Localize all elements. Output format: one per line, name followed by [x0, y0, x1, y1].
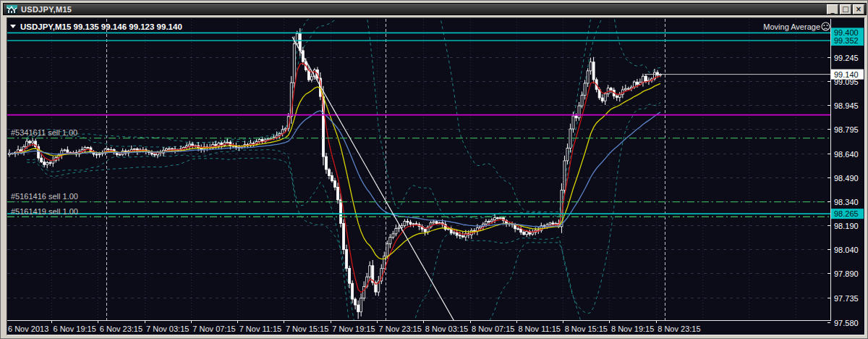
time-axis-label: 8 Nov 07:15 [472, 325, 514, 333]
candle-body [98, 154, 101, 154]
order-label: #5161419 sell 1.00 [11, 207, 78, 216]
candle-body [334, 181, 336, 188]
mt4-chart-window: { "window": { "title": "USDJPY,M15", "bu… [0, 0, 868, 339]
candle-body [616, 96, 618, 98]
candle-body [352, 283, 354, 299]
candle-body [293, 43, 295, 83]
candle-body [192, 144, 194, 146]
indicator-label: Moving Average [763, 22, 820, 31]
close-button[interactable]: × [853, 4, 864, 14]
time-axis-label: 8 Nov 15:15 [565, 325, 608, 333]
candle-body [488, 222, 490, 222]
candle-body [398, 227, 400, 228]
price-axis-label: 98.340 [834, 198, 859, 206]
candle-body [153, 154, 156, 155]
candle-body [497, 218, 499, 219]
candle-body [389, 238, 391, 244]
time-axis-label: 7 Nov 11:15 [239, 325, 282, 333]
candle-body [84, 147, 86, 149]
candle-body [310, 77, 312, 80]
candle-body [526, 232, 528, 235]
candle-body [627, 88, 629, 89]
candle-body [168, 148, 170, 149]
candle-body [328, 170, 330, 176]
candle-body [578, 106, 580, 118]
candle-body [459, 235, 461, 236]
candle-body [43, 162, 46, 164]
candle-body [490, 220, 493, 222]
candle-body [299, 33, 301, 50]
price-axis-label: 98.490 [834, 174, 859, 183]
candle-body [363, 286, 365, 298]
candle-body [107, 149, 109, 150]
candle-body [325, 156, 327, 170]
time-axis-label: 8 Nov 03:15 [425, 325, 468, 333]
candle-body [64, 150, 66, 151]
time-axis-label: 8 Nov 23:15 [658, 325, 700, 333]
candle-body [165, 148, 167, 150]
order-label: #5161416 sell 1.00 [11, 192, 78, 201]
time-axis-label: 7 Nov 19:15 [332, 325, 375, 333]
candle-body [29, 141, 31, 143]
candle-body [590, 62, 592, 71]
candle-body [485, 222, 487, 225]
ohlc-header: USDJPY,M15 99.135 99.146 99.123 99.140 [20, 22, 182, 31]
candle-body [624, 88, 626, 90]
candle-body [41, 158, 43, 162]
symbol-info: USDJPY,M15 99.135 99.146 99.123 99.140 [10, 22, 182, 31]
window-titlebar[interactable]: USDJPY,M15 _ □ × [3, 3, 867, 15]
candle-body [337, 187, 339, 200]
candle-body [32, 141, 34, 143]
candle-body [587, 71, 589, 83]
candle-body [133, 149, 135, 150]
candle-body [517, 229, 519, 230]
candle-body [46, 163, 48, 165]
price-axis-label: 98.040 [834, 246, 859, 254]
price-badge-label: 99.352 [834, 36, 859, 45]
candle-body [584, 83, 586, 96]
chart-background [7, 18, 864, 335]
candle-body [563, 161, 566, 191]
window-chart-icon [7, 5, 17, 14]
candle-body [296, 33, 298, 43]
candle-body [404, 222, 406, 226]
candle-body [343, 223, 345, 249]
candle-body [610, 88, 612, 91]
candle-body [87, 147, 89, 148]
maximize-button[interactable]: □ [840, 4, 851, 14]
candle-body [267, 139, 269, 140]
candle-body [581, 96, 583, 106]
chart-area[interactable]: #5341611 sell 1.00#5161416 sell 1.00#516… [7, 17, 865, 335]
price-axis-label: 97.735 [834, 294, 859, 303]
candle-body [552, 223, 554, 224]
candle-body [500, 218, 502, 219]
candle-body [386, 244, 388, 256]
time-axis-label: 6 Nov 2013 [8, 325, 48, 333]
candle-body [26, 141, 28, 147]
price-badge-label: 98.265 [834, 209, 859, 218]
price-axis-label: 98.795 [834, 125, 859, 134]
candle-body [549, 223, 551, 225]
minimize-button[interactable]: _ [827, 4, 838, 14]
price-axis-label: 97.580 [834, 319, 859, 327]
candle-body [340, 200, 342, 224]
price-badge-label: 99.140 [834, 70, 859, 79]
candle-body [575, 116, 577, 118]
time-axis-label: 7 Nov 03:15 [146, 325, 189, 333]
price-axis-label: 99.245 [834, 54, 859, 62]
candle-body [494, 218, 496, 220]
candle-body [331, 176, 333, 181]
chart-canvas[interactable]: #5341611 sell 1.00#5161416 sell 1.00#516… [7, 18, 864, 335]
candle-body [636, 82, 638, 84]
candle-body [281, 130, 284, 133]
time-axis-label: 6 Nov 19:15 [53, 325, 95, 333]
candle-body [523, 233, 525, 235]
order-label: #5341611 sell 1.00 [11, 128, 77, 137]
candle-body [392, 234, 394, 238]
candle-body [49, 163, 51, 164]
candle-body [95, 154, 98, 155]
price-axis-label: 98.190 [834, 222, 859, 230]
candle-body [618, 94, 621, 97]
time-axis-label: 7 Nov 15:15 [286, 325, 328, 333]
candle-body [461, 235, 464, 237]
